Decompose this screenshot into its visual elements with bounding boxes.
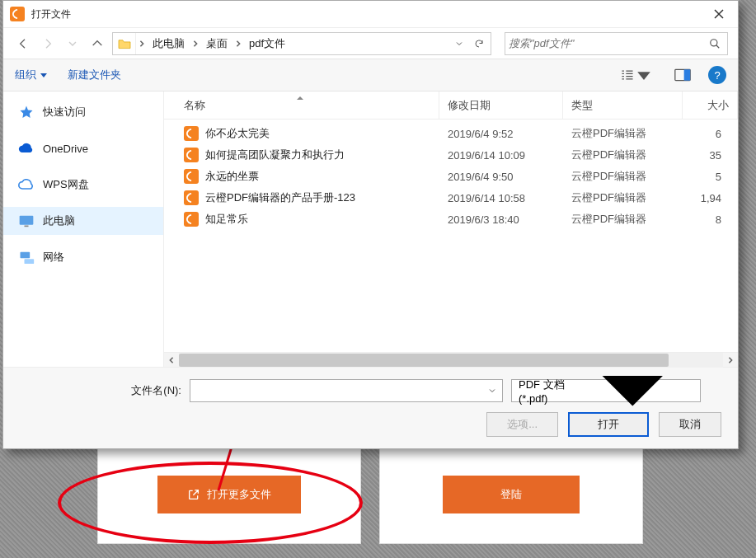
search-icon[interactable] bbox=[706, 38, 724, 49]
file-type: 云橙PDF编辑器 bbox=[563, 169, 683, 184]
file-date: 2019/6/4 9:52 bbox=[439, 128, 563, 140]
question-mark-icon: ? bbox=[714, 69, 720, 82]
breadcrumb-item-0[interactable]: 此电脑 bbox=[148, 33, 190, 54]
file-row[interactable]: 永远的坐票2019/6/4 9:50云橙PDF编辑器5 bbox=[164, 166, 738, 187]
sidebar-item-wps[interactable]: WPS网盘 bbox=[3, 171, 163, 199]
horizontal-scrollbar[interactable] bbox=[164, 352, 738, 367]
help-button[interactable]: ? bbox=[708, 66, 726, 84]
file-size: 5 bbox=[683, 171, 738, 183]
chevron-down-icon bbox=[487, 386, 497, 396]
folder-icon bbox=[113, 33, 136, 54]
breadcrumb[interactable]: 此电脑 桌面 pdf文件 bbox=[112, 32, 491, 55]
column-header-name[interactable]: 名称 bbox=[176, 91, 439, 119]
file-type: 云橙PDF编辑器 bbox=[563, 148, 683, 162]
pdf-file-icon bbox=[184, 148, 199, 162]
svg-rect-9 bbox=[21, 251, 31, 258]
filetype-combobox[interactable]: PDF 文档 (*.pdf) bbox=[511, 379, 701, 402]
scrollbar-thumb[interactable] bbox=[179, 354, 669, 367]
file-size: 35 bbox=[683, 149, 738, 162]
file-row[interactable]: 你不必太完美2019/6/4 9:52云橙PDF编辑器6 bbox=[164, 123, 738, 144]
sidebar-item-thispc[interactable]: 此电脑 bbox=[3, 207, 163, 235]
pdf-file-icon bbox=[184, 169, 199, 184]
sidebar-item-quickaccess[interactable]: 快速访问 bbox=[3, 98, 163, 126]
options-button[interactable]: 选项... bbox=[486, 412, 558, 437]
chevron-down-icon bbox=[66, 37, 79, 50]
cloud-icon bbox=[18, 140, 35, 157]
list-view-icon bbox=[620, 69, 635, 81]
dropdown-triangle-icon bbox=[636, 69, 651, 81]
dialog-footer: 文件名(N): PDF 文档 (*.pdf) 选项... 打开 取消 bbox=[3, 367, 738, 448]
pdf-file-icon bbox=[184, 190, 199, 205]
sidebar-item-label: 此电脑 bbox=[43, 213, 75, 228]
sidebar-item-onedrive[interactable]: OneDrive bbox=[3, 134, 163, 162]
svg-rect-10 bbox=[25, 259, 35, 264]
sidebar-item-label: OneDrive bbox=[43, 143, 88, 155]
window-title: 打开文件 bbox=[31, 7, 71, 21]
forward-button[interactable] bbox=[38, 34, 58, 54]
search-box[interactable] bbox=[505, 32, 728, 55]
sidebar-item-network[interactable]: 网络 bbox=[3, 243, 163, 271]
file-size: 6 bbox=[683, 128, 738, 140]
file-row[interactable]: 如何提高团队凝聚力和执行力2019/6/14 10:09云橙PDF编辑器35 bbox=[164, 144, 738, 166]
star-icon bbox=[18, 104, 35, 120]
svg-rect-6 bbox=[684, 69, 691, 80]
breadcrumb-sep bbox=[190, 40, 201, 47]
file-size: 8 bbox=[683, 213, 738, 226]
chevron-down-icon bbox=[454, 39, 464, 49]
filename-combobox[interactable] bbox=[190, 379, 503, 402]
up-button[interactable] bbox=[87, 34, 107, 54]
organize-menu[interactable]: 组织 bbox=[15, 68, 48, 82]
svg-rect-7 bbox=[20, 215, 34, 224]
arrow-right-icon bbox=[41, 37, 54, 50]
svg-rect-8 bbox=[25, 225, 29, 227]
breadcrumb-item-2[interactable]: pdf文件 bbox=[244, 33, 290, 54]
column-header-date[interactable]: 修改日期 bbox=[439, 91, 563, 119]
preview-pane-button[interactable] bbox=[669, 65, 697, 85]
sidebar-item-label: 快速访问 bbox=[43, 105, 86, 120]
file-row[interactable]: 知足常乐2019/6/3 18:40云橙PDF编辑器8 bbox=[164, 209, 738, 230]
list-header: 名称 修改日期 类型 大小 bbox=[164, 91, 738, 120]
close-button[interactable] bbox=[700, 1, 738, 27]
scroll-right-button[interactable] bbox=[723, 353, 738, 368]
open-button[interactable]: 打开 bbox=[568, 412, 649, 437]
new-folder-button[interactable]: 新建文件夹 bbox=[68, 68, 121, 82]
cancel-button[interactable]: 取消 bbox=[659, 412, 721, 437]
sidebar-item-label: WPS网盘 bbox=[43, 177, 89, 192]
search-input[interactable] bbox=[509, 37, 706, 49]
monitor-icon bbox=[18, 213, 35, 229]
sort-indicator-icon bbox=[296, 91, 304, 103]
arrow-left-icon bbox=[16, 37, 30, 50]
column-header-type[interactable]: 类型 bbox=[563, 91, 683, 119]
path-dropdown[interactable] bbox=[451, 35, 467, 52]
open-more-label: 打开更多文件 bbox=[207, 487, 271, 502]
file-name: 云橙PDF编辑器的产品手册-123 bbox=[205, 190, 355, 205]
open-external-icon bbox=[187, 488, 200, 501]
svg-point-4 bbox=[711, 39, 717, 45]
refresh-button[interactable] bbox=[471, 35, 487, 52]
file-list-pane: 名称 修改日期 类型 大小 你不必太完美2019/6/4 9:52云橙PDF编辑… bbox=[164, 91, 738, 367]
recent-dropdown[interactable] bbox=[63, 34, 82, 54]
file-size: 1,94 bbox=[683, 192, 738, 204]
arrow-up-icon bbox=[91, 37, 104, 50]
app-icon bbox=[10, 7, 25, 21]
column-header-size[interactable]: 大小 bbox=[683, 91, 738, 119]
refresh-icon bbox=[474, 39, 484, 49]
back-button[interactable] bbox=[13, 34, 33, 54]
login-label: 登陆 bbox=[500, 487, 522, 502]
titlebar: 打开文件 bbox=[3, 1, 738, 27]
breadcrumb-item-1[interactable]: 桌面 bbox=[201, 33, 232, 54]
network-icon bbox=[18, 249, 35, 265]
pdf-file-icon bbox=[184, 126, 199, 141]
file-list[interactable]: 你不必太完美2019/6/4 9:52云橙PDF编辑器6如何提高团队凝聚力和执行… bbox=[164, 120, 738, 352]
file-name: 知足常乐 bbox=[205, 212, 248, 227]
file-type: 云橙PDF编辑器 bbox=[563, 190, 683, 205]
view-mode-button[interactable] bbox=[614, 66, 657, 84]
scroll-left-button[interactable] bbox=[164, 353, 179, 368]
file-row[interactable]: 云橙PDF编辑器的产品手册-1232019/6/14 10:58云橙PDF编辑器… bbox=[164, 187, 738, 209]
sidebar-item-label: 网络 bbox=[43, 250, 64, 265]
organize-label: 组织 bbox=[15, 68, 36, 82]
file-date: 2019/6/3 18:40 bbox=[439, 213, 563, 226]
open-more-files-button[interactable]: 打开更多文件 bbox=[157, 476, 301, 513]
login-button[interactable]: 登陆 bbox=[443, 476, 580, 513]
cloud-outline-icon bbox=[18, 176, 35, 193]
